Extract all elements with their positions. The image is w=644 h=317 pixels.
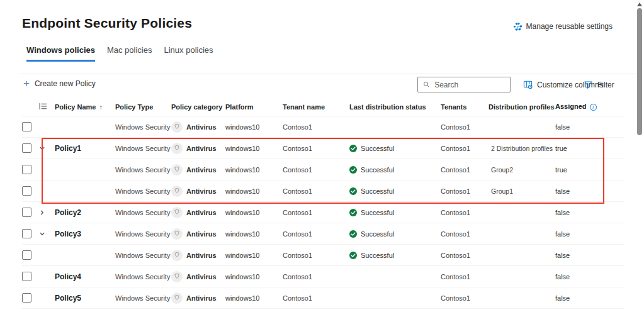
table-row[interactable]: Windows Security ... Antivirus windows10… [22,181,624,202]
policy-category: Antivirus [171,228,225,240]
tenant-name: Contoso1 [283,187,349,195]
row-checkbox[interactable] [22,272,31,281]
antivirus-shield-icon [171,121,183,133]
tenants: Contoso1 [441,230,489,238]
policy-name: Policy2 [55,208,115,217]
policy-name: Policy1 [55,144,115,153]
table-row[interactable]: Policy2 Windows Security ... Antivirus w… [22,202,624,223]
policy-category: Antivirus [171,164,225,175]
assigned: false [555,273,615,281]
antivirus-shield-icon [171,271,183,282]
tenant-name: Contoso1 [283,166,349,174]
table-row[interactable]: Policy4 Windows Security ... Antivirus w… [22,266,624,287]
header-platform[interactable]: Platform [225,103,283,111]
tenants: Contoso1 [441,145,489,152]
policy-category: Antivirus [171,186,225,197]
scrollbar-thumb[interactable] [637,8,642,135]
policy-name: Policy4 [55,272,115,281]
distribution-profiles: Group1 [489,187,555,195]
filter-label: Filter [597,81,614,89]
assigned: false [555,187,615,195]
policy-category: Antivirus [171,143,225,154]
filter-button[interactable]: Filter [584,80,614,89]
status-label: Successful [361,145,394,152]
policy-type: Windows Security ... [115,187,171,195]
header-last-distribution-status[interactable]: Last distribution status [349,103,441,111]
last-distribution-status: Successful [349,252,441,259]
sort-ascending-icon: ↑ [99,103,103,111]
tenants: Contoso1 [441,252,489,259]
row-checkbox[interactable] [22,208,31,217]
endpoint-security-policies-page: Endpoint Security Policies Manage reusab… [0,0,644,317]
policy-type: Windows Security ... [115,273,171,281]
tenant-name: Contoso1 [283,145,349,152]
header-policy-type[interactable]: Policy Type [115,103,171,111]
tenant-name: Contoso1 [283,252,349,259]
table-row[interactable]: Policy1 Windows Security ... Antivirus w… [22,138,624,159]
vertical-scrollbar[interactable] [635,0,644,317]
policy-type: Windows Security ... [115,209,171,216]
row-checkbox[interactable] [22,165,31,174]
search-input[interactable] [434,81,505,89]
header-distribution-profiles[interactable]: Distribution profiles [489,103,555,111]
antivirus-shield-icon [171,186,183,197]
table-row[interactable]: Policy3 Windows Security ... Antivirus w… [22,223,624,245]
table-row[interactable]: Windows Security ... Antivirus windows10… [22,159,624,181]
platform: windows10 [225,145,283,152]
table-body: Windows Security ... Antivirus windows10… [22,116,624,309]
row-checkbox[interactable] [22,143,31,153]
assigned: true [555,145,615,152]
tenant-name: Contoso1 [283,230,349,238]
create-new-policy-button[interactable]: + Create new Policy [23,79,96,88]
row-checkbox[interactable] [22,122,31,131]
header-policy-category[interactable]: Policy category [171,103,225,111]
tab-windows-policies[interactable]: Windows policies [26,45,95,62]
row-checkbox[interactable] [22,250,31,260]
expand-cell [39,295,55,301]
grouped-list-icon[interactable] [39,103,55,111]
policy-category-label: Antivirus [186,187,217,195]
antivirus-shield-icon [171,292,183,304]
antivirus-shield-icon [171,207,183,218]
chevron-right-icon[interactable] [39,209,45,216]
row-checkbox[interactable] [22,186,31,196]
policy-type: Windows Security ... [115,294,171,302]
header-tenants[interactable]: Tenants [441,103,489,111]
assigned: false [555,252,615,259]
last-distribution-status: Successful [349,209,441,216]
assigned: false [555,294,615,302]
search-box[interactable] [417,77,511,92]
manage-reusable-settings-button[interactable]: Manage reusable settings [514,22,613,31]
policy-category: Antivirus [171,121,225,133]
tenant-name: Contoso1 [283,294,349,302]
tab-mac-policies[interactable]: Mac policies [107,45,152,62]
table-row[interactable]: Windows Security ... Antivirus windows10… [22,116,624,138]
status-label: Successful [361,209,394,216]
checkbox-cell [22,229,39,238]
row-checkbox[interactable] [22,229,31,238]
info-icon[interactable]: i [590,104,597,111]
platform: windows10 [225,252,283,259]
scroll-up-arrow-icon[interactable] [637,3,642,6]
last-distribution-status: Successful [349,145,441,152]
assigned: false [555,230,615,238]
policy-category-label: Antivirus [186,273,217,281]
assigned: false [555,209,615,216]
chevron-down-icon[interactable] [39,145,45,152]
tab-linux-policies[interactable]: Linux policies [164,45,213,62]
platform-tabs: Windows policies Mac policies Linux poli… [26,45,213,62]
table-row[interactable]: Policy5 Windows Security ... Antivirus w… [22,287,624,309]
header-assigned[interactable]: Assignedi [555,103,615,111]
checkbox-cell [22,165,39,174]
platform: windows10 [225,187,283,195]
table-row[interactable]: Windows Security ... Antivirus windows10… [22,245,624,266]
header-policy-name[interactable]: Policy Name↑ [55,103,115,111]
chevron-down-icon[interactable] [39,231,45,237]
last-distribution-status [349,273,441,281]
search-icon [423,81,430,89]
tenant-name: Contoso1 [283,273,349,281]
row-checkbox[interactable] [22,293,31,303]
gear-icon [514,23,522,31]
header-tenant-name[interactable]: Tenant name [283,103,349,111]
last-distribution-status: Successful [349,187,441,195]
